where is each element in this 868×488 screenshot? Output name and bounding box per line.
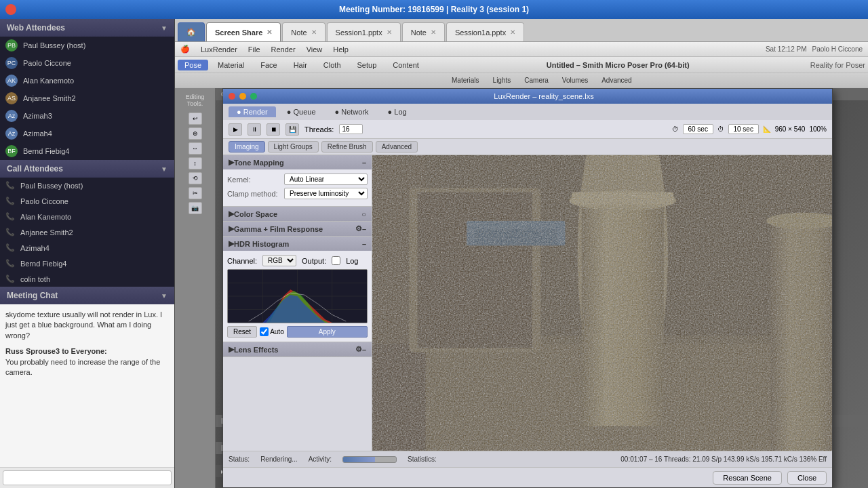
reality-tab-advanced[interactable]: Advanced <box>596 76 637 85</box>
call-attendees-list: 📞 Paul Bussey (host) 📞 Paolo Ciccone 📞 A… <box>0 178 174 287</box>
tool-btn[interactable]: ⟲ <box>189 172 202 184</box>
apple-menu[interactable]: 🍎 <box>180 45 190 54</box>
play-button[interactable]: ▶ <box>229 123 242 136</box>
reset-button[interactable]: Reset <box>227 326 257 338</box>
tab-home[interactable]: 🏠 <box>178 22 205 41</box>
menu-luxrender[interactable]: LuxRender <box>201 45 237 54</box>
tool-btn[interactable]: 📷 <box>189 202 202 214</box>
list-item: Russ Sprouse3 to Everyone: You probably … <box>5 346 169 378</box>
window-close-button[interactable] <box>229 93 235 100</box>
avatar: Az <box>5 110 18 122</box>
close-button[interactable]: Close <box>787 471 827 485</box>
phone-icon: 📞 <box>5 243 15 252</box>
tool-btn[interactable]: ↩ <box>189 113 202 125</box>
lux-tab-network[interactable]: ● Network <box>327 106 377 117</box>
window-maximize-button[interactable] <box>250 93 257 100</box>
poser-tab-hair[interactable]: Hair <box>287 60 314 70</box>
collapse-icon: – <box>362 225 366 233</box>
tab-close-icon[interactable]: ✕ <box>510 28 515 36</box>
tool-btn[interactable]: ↔ <box>189 142 202 155</box>
tab-close-icon[interactable]: ✕ <box>387 28 392 36</box>
lens-effects-header[interactable]: ▶ Lens Effects ⚙ – <box>223 342 372 357</box>
tab-note1[interactable]: Note ✕ <box>282 22 325 41</box>
tab-close-icon[interactable]: ✕ <box>267 28 272 36</box>
histogram-buttons: Reset Auto Apply <box>227 326 368 338</box>
stop-button[interactable]: ⏹ <box>267 123 280 136</box>
list-item: Az Azimah4 <box>0 125 174 142</box>
settings-icon: ⚙ <box>355 224 362 233</box>
tab-close-icon[interactable]: ✕ <box>311 28 317 36</box>
window-icon <box>5 4 16 15</box>
tab-session1a[interactable]: Session1a.pptx ✕ <box>446 22 524 41</box>
window-minimize-button[interactable] <box>239 93 246 100</box>
tab-close-icon[interactable]: ✕ <box>431 28 436 36</box>
menu-help[interactable]: Help <box>333 45 349 54</box>
auto-checkbox[interactable] <box>260 327 269 336</box>
subtab-refine-brush[interactable]: Refine Brush <box>321 141 373 152</box>
channel-select[interactable]: RGB R G B <box>262 255 296 266</box>
gamma-section: ▶ Gamma + Film Response ⚙ – <box>223 222 372 237</box>
tab-note2[interactable]: Note ✕ <box>402 22 445 41</box>
luxrender-main-area: ▶ Tone Mapping – Kernel: <box>223 155 832 451</box>
call-attendees-header[interactable]: Call Attendees ▼ <box>0 160 174 178</box>
hdr-histogram-header[interactable]: ▶ HDR Histogram – <box>223 237 372 251</box>
menu-view[interactable]: View <box>307 45 323 54</box>
web-attendees-header[interactable]: Web Attendees ▼ <box>0 19 174 37</box>
subtab-imaging[interactable]: Imaging <box>229 141 265 152</box>
log-checkbox[interactable] <box>332 256 340 265</box>
tone-mapping-header[interactable]: ▶ Tone Mapping – <box>223 155 372 169</box>
avatar: PC <box>5 57 18 69</box>
time2-input[interactable] <box>728 124 759 134</box>
reality-tab-volumes[interactable]: Volumes <box>557 76 593 85</box>
menu-render[interactable]: Render <box>271 45 296 54</box>
subtab-light-groups[interactable]: Light Groups <box>268 141 319 152</box>
gamma-header[interactable]: ▶ Gamma + Film Response ⚙ – <box>223 222 372 236</box>
color-space-header[interactable]: ▶ Color Space ○ <box>223 207 372 221</box>
time1-input[interactable] <box>683 124 713 134</box>
chat-input[interactable] <box>3 470 172 485</box>
phone-icon: 📞 <box>5 197 15 205</box>
tool-btn[interactable]: ↕ <box>189 157 202 169</box>
section-icon: ▶ <box>229 345 234 354</box>
save-button[interactable]: 💾 <box>285 123 299 136</box>
resolution-label: 960 × 540 <box>775 125 806 133</box>
poser-tab-cloth[interactable]: Cloth <box>317 60 348 70</box>
poser-title: Untitled – Smith Micro Poser Pro (64-bit… <box>429 61 808 69</box>
rescan-scene-button[interactable]: Rescan Scene <box>713 471 782 485</box>
tab-session1[interactable]: Session1.pptx ✕ <box>327 22 401 41</box>
poser-tab-face[interactable]: Face <box>254 60 283 70</box>
auto-label: Auto <box>260 326 284 338</box>
clamp-select[interactable]: Preserve luminosity <box>284 188 368 199</box>
threads-input[interactable] <box>339 124 363 134</box>
pause-button[interactable]: ⏸ <box>248 123 261 136</box>
poser-tab-material[interactable]: Material <box>211 60 251 70</box>
luxrender-title: LuxRender – reality_scene.lxs <box>261 92 827 100</box>
lux-controls-panel: ▶ Tone Mapping – Kernel: <box>223 155 372 451</box>
list-item: PC Paolo Ciccone <box>0 54 174 72</box>
title-bar: Meeting Number: 19816599 | Reality 3 (se… <box>0 0 868 19</box>
apply-button[interactable]: Apply <box>287 326 368 338</box>
list-item: 📞 Anjanee Smith2 <box>0 224 174 240</box>
reality-tab-materials[interactable]: Materials <box>446 76 485 85</box>
lux-tab-queue[interactable]: ● Queue <box>279 106 324 117</box>
poser-tab-pose[interactable]: Pose <box>178 60 208 70</box>
list-item: 📞 colin toth <box>0 271 174 287</box>
poser-tab-setup[interactable]: Setup <box>351 60 384 70</box>
menu-file[interactable]: File <box>248 45 260 54</box>
luxrender-window: LuxRender – reality_scene.lxs ● Render ●… <box>222 88 833 488</box>
lux-tab-render[interactable]: ● Render <box>229 106 276 117</box>
web-attendees-list: PB Paul Bussey (host) PC Paolo Ciccone A… <box>0 37 174 160</box>
meeting-chat-header[interactable]: Meeting Chat ▼ <box>0 287 174 304</box>
lux-tab-log[interactable]: ● Log <box>380 106 415 117</box>
avatar: BF <box>5 145 18 157</box>
tool-btn[interactable]: ✂ <box>189 187 202 199</box>
reality-tab-lights[interactable]: Lights <box>488 76 517 85</box>
poser-tab-content[interactable]: Content <box>386 60 426 70</box>
reality-tab-camera[interactable]: Camera <box>519 76 554 85</box>
tool-btn[interactable]: ⊕ <box>189 127 202 140</box>
subtab-advanced[interactable]: Advanced <box>376 141 418 152</box>
tab-screen-share[interactable]: Screen Share ✕ <box>206 22 281 41</box>
kernel-select[interactable]: Auto Linear <box>284 174 368 185</box>
collapse-icon: – <box>362 159 366 167</box>
web-attendees-section: Web Attendees ▼ PB Paul Bussey (host) PC… <box>0 19 174 160</box>
